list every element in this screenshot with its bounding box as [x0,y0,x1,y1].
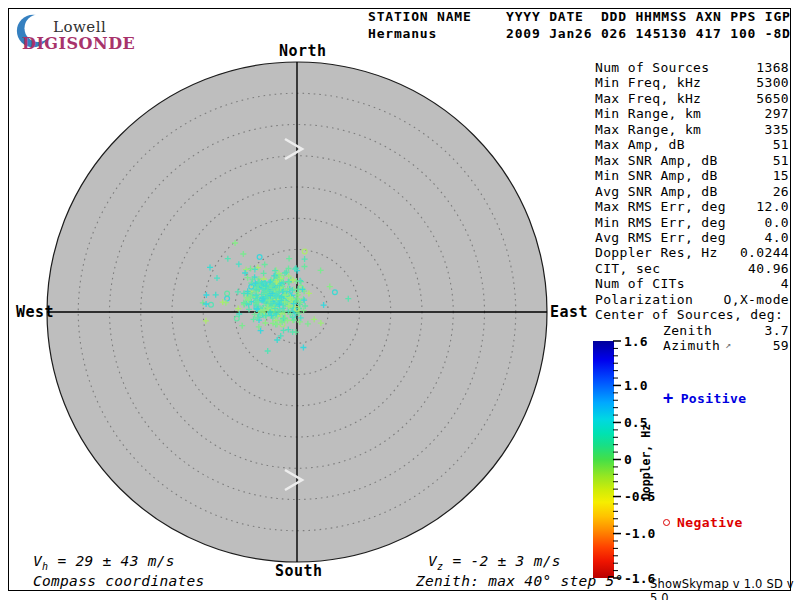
colorbar-tick-label: 1.0 [624,378,648,393]
colorbar-tick-label: -1.0 [624,526,655,541]
stat-row: Min Freq, kHz5300 [595,75,789,90]
station-header: STATION NAME YYYY DATE DDD HHMMSS AXN PP… [368,9,791,42]
coordinates-note: Compass coordinates [33,573,205,589]
colorbar-tick-label: 0 [624,452,632,467]
stat-label: Max Freq, kHz [595,91,701,106]
stat-row: Num of CITs4 [595,276,789,291]
stat-label: Max Range, km [595,122,701,137]
stat-value: 4.0 [764,230,789,245]
stat-label: Avg SNR Amp, dB [595,184,718,199]
stat-label: CIT, sec [595,261,660,276]
stat-row: Avg RMS Err, deg4.0 [595,230,789,245]
stat-row: Min SNR Amp, dB15 [595,168,789,183]
stat-value: 297 [764,106,789,121]
colorbar-gradient [593,341,614,578]
digisonde-logo: Lowell DIGISONDE [13,10,133,50]
stat-value: 0.0244 [740,245,789,260]
stat-label: Num of CITs [595,276,685,291]
stat-row: Min RMS Err, deg0.0 [595,215,789,230]
compass-south-label: South [275,562,323,580]
stat-value: 40.96 [748,261,789,276]
stat-value: 4 [781,276,789,291]
legend-negative-label: Negative [677,515,743,530]
header-columns: STATION NAME YYYY DATE DDD HHMMSS AXN PP… [368,9,791,26]
stat-value: 5300 [756,75,789,90]
doppler-colorbar: 1.61.00.50-0.5-1.0-1.6Doppler, Hz [593,334,655,586]
legend-positive-label: Positive [681,391,747,406]
stat-label: Min SNR Amp, dB [595,168,718,183]
zenith-scale-note: Zenith: max 40° step 5° [416,573,624,589]
horizontal-velocity-readout: Vh = 29 ± 43 m/s [33,553,175,572]
compass-north-label: North [279,42,327,60]
stat-value: 51 [773,137,789,152]
azimuth-arrow-icon: ↗ [725,339,731,350]
stat-label: Min Freq, kHz [595,75,701,90]
stat-value: 335 [764,122,789,137]
stat-label: Azimuth↗ [663,338,732,354]
stat-row: Max Range, km335 [595,122,789,137]
stat-row: Center of Sources, deg: [595,307,789,322]
stat-row: Max SNR Amp, dB51 [595,153,789,168]
stat-value: 51 [773,153,789,168]
header-values: Hermanus 2009 Jan26 026 145130 417 100 -… [368,26,791,43]
stat-label: Max RMS Err, deg [595,199,726,214]
stat-label: Max Amp, dB [595,137,685,152]
stat-label: Polarization [595,292,693,307]
vertical-velocity-readout: Vz = -2 ± 3 m/s [428,553,561,572]
stat-label: Max SNR Amp, dB [595,153,718,168]
logo-digisonde: DIGISONDE [22,34,135,53]
stat-label: Avg RMS Err, deg [595,230,726,245]
skymap-plot [47,62,547,562]
stat-label: Min RMS Err, deg [595,215,726,230]
colorbar-axis-label: Doppler, Hz [639,424,653,500]
stat-label: Num of Sources [595,60,709,75]
stat-label: Min Range, km [595,106,701,121]
stat-label: Zenith [663,323,712,338]
legend-positive: + Positive [663,391,746,406]
compass-west-label: West [16,303,54,321]
app-version: ShowSkymap v 1.0 SD v 5.0 [650,577,800,600]
compass-east-label: East [550,303,588,321]
stat-row: Doppler Res, Hz0.0244 [595,245,789,260]
stat-row: Max Amp, dB51 [595,137,789,152]
plus-icon: + [663,392,674,405]
stat-row: PolarizationO,X-mode [595,292,789,307]
stat-row: Num of Sources1368 [595,60,789,75]
stat-row: Zenith3.7 [595,323,789,338]
stats-panel: Num of Sources1368Min Freq, kHz5300Max F… [595,60,789,355]
circle-icon [663,519,670,526]
stat-row: Max RMS Err, deg12.0 [595,199,789,214]
stat-row: Azimuth↗59 [595,338,789,354]
stat-value: 1368 [756,60,789,75]
stats-list: Num of Sources1368Min Freq, kHz5300Max F… [595,60,789,355]
stat-value: 12.0 [756,199,789,214]
stat-row: Min Range, km297 [595,106,789,121]
stat-value: 59 [773,338,789,354]
stat-value: 26 [773,184,789,199]
stat-value: O,X-mode [724,292,789,307]
stat-row: CIT, sec40.96 [595,261,789,276]
stat-row: Avg SNR Amp, dB26 [595,184,789,199]
stat-label: Doppler Res, Hz [595,245,718,260]
stat-value: 0.0 [764,215,789,230]
stat-label: Center of Sources, deg: [595,307,783,322]
showskymap-window: 1.61.00.50-0.5-1.0-1.6Doppler, Hz Lowell… [0,0,800,600]
stat-value: 3.7 [764,323,789,338]
stat-value: 5650 [756,91,789,106]
stat-value: 15 [773,168,789,183]
legend-negative: Negative [663,515,743,530]
stat-row: Max Freq, kHz5650 [595,91,789,106]
